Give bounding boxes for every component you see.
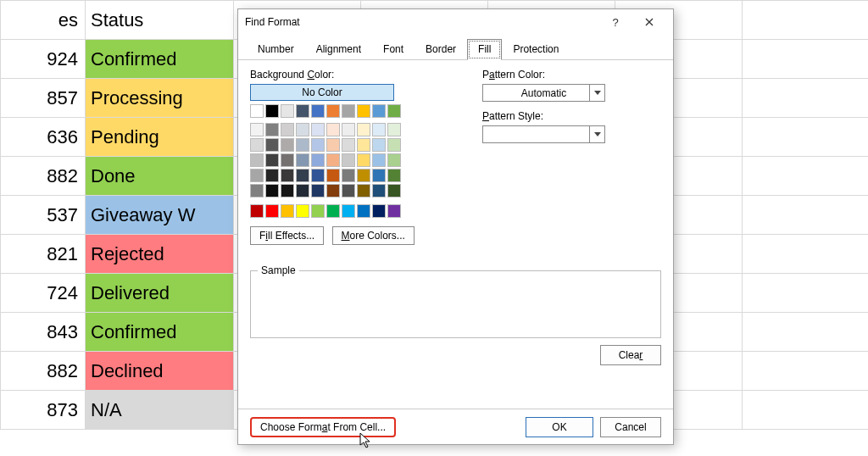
cell-status[interactable]: Rejected [86, 235, 234, 274]
color-swatch[interactable] [342, 104, 355, 118]
color-swatch[interactable] [296, 123, 309, 136]
tab-protection[interactable]: Protection [502, 39, 570, 60]
cell-status[interactable]: Delivered [86, 274, 234, 313]
cancel-button[interactable]: Cancel [600, 417, 661, 437]
cell-status[interactable]: Giveaway W [86, 196, 234, 235]
color-swatch[interactable] [326, 104, 340, 118]
color-swatch[interactable] [311, 184, 325, 197]
ok-button[interactable]: OK [526, 417, 593, 437]
color-swatch[interactable] [281, 138, 294, 152]
color-swatch[interactable] [372, 153, 386, 167]
choose-format-from-cell-button[interactable]: Choose Format From Cell... [250, 417, 396, 437]
no-color-button[interactable]: No Color [250, 84, 394, 101]
color-swatch[interactable] [387, 138, 401, 152]
fill-effects-button[interactable]: Fill Effects... [250, 226, 324, 245]
color-swatch[interactable] [357, 138, 370, 152]
color-swatch[interactable] [326, 169, 340, 182]
clear-button[interactable]: Clear [600, 345, 661, 365]
color-swatch[interactable] [311, 153, 325, 167]
color-swatch[interactable] [250, 184, 264, 197]
close-button[interactable] [632, 10, 666, 34]
color-swatch[interactable] [387, 153, 401, 167]
tab-border[interactable]: Border [415, 39, 467, 60]
tab-fill[interactable]: Fill [467, 39, 502, 60]
cell-number[interactable]: 537 [1, 196, 86, 235]
color-swatch[interactable] [342, 204, 355, 218]
pattern-color-combo[interactable]: Automatic [482, 84, 605, 102]
pattern-style-combo[interactable] [482, 125, 605, 143]
color-swatch[interactable] [357, 184, 370, 197]
color-swatch[interactable] [265, 169, 279, 182]
more-colors-button[interactable]: More Colors... [332, 226, 415, 245]
color-swatch[interactable] [311, 204, 325, 218]
color-swatch[interactable] [357, 153, 370, 167]
cell-number[interactable]: 843 [1, 313, 86, 352]
color-swatch[interactable] [265, 184, 279, 197]
cell-number[interactable]: 724 [1, 274, 86, 313]
color-swatch[interactable] [311, 123, 325, 136]
color-swatch[interactable] [387, 184, 401, 197]
color-swatch[interactable] [387, 169, 401, 182]
cell-number[interactable]: 882 [1, 352, 86, 391]
color-swatch[interactable] [372, 204, 386, 218]
color-swatch[interactable] [357, 104, 370, 118]
cell-number[interactable]: 636 [1, 118, 86, 157]
color-swatch[interactable] [296, 153, 309, 167]
column-header[interactable]: es [1, 1, 86, 40]
color-swatch[interactable] [265, 123, 279, 136]
cell-status[interactable]: N/A [86, 391, 234, 430]
cell-number[interactable]: 873 [1, 391, 86, 430]
color-swatch[interactable] [250, 138, 264, 152]
cell-status[interactable]: Pending [86, 118, 234, 157]
color-swatch[interactable] [250, 153, 264, 167]
color-swatch[interactable] [326, 184, 340, 197]
color-swatch[interactable] [326, 153, 340, 167]
color-swatch[interactable] [281, 153, 294, 167]
color-swatch[interactable] [387, 104, 401, 118]
column-header[interactable]: Status [86, 1, 234, 40]
cell-status[interactable]: Confirmed [86, 40, 234, 79]
color-swatch[interactable] [250, 123, 264, 136]
color-swatch[interactable] [357, 169, 370, 182]
color-swatch[interactable] [296, 204, 309, 218]
color-swatch[interactable] [357, 123, 370, 136]
color-swatch[interactable] [342, 123, 355, 136]
tab-alignment[interactable]: Alignment [305, 39, 372, 60]
color-swatch[interactable] [372, 123, 386, 136]
color-swatch[interactable] [311, 169, 325, 182]
color-swatch[interactable] [281, 123, 294, 136]
color-swatch[interactable] [265, 204, 279, 218]
color-swatch[interactable] [265, 153, 279, 167]
color-swatch[interactable] [326, 138, 340, 152]
color-swatch[interactable] [326, 123, 340, 136]
cell-status[interactable]: Processing [86, 79, 234, 118]
color-swatch[interactable] [250, 169, 264, 182]
tab-number[interactable]: Number [247, 39, 305, 60]
cell-number[interactable]: 821 [1, 235, 86, 274]
color-swatch[interactable] [296, 184, 309, 197]
color-swatch[interactable] [342, 184, 355, 197]
tab-font[interactable]: Font [372, 39, 415, 60]
color-swatch[interactable] [372, 138, 386, 152]
color-swatch[interactable] [250, 204, 264, 218]
color-swatch[interactable] [281, 184, 294, 197]
cell-number[interactable]: 924 [1, 40, 86, 79]
color-swatch[interactable] [250, 104, 264, 118]
color-swatch[interactable] [281, 169, 294, 182]
color-swatch[interactable] [342, 169, 355, 182]
color-swatch[interactable] [387, 123, 401, 136]
color-swatch[interactable] [342, 138, 355, 152]
color-swatch[interactable] [281, 104, 294, 118]
color-swatch[interactable] [311, 138, 325, 152]
cell-status[interactable]: Done [86, 157, 234, 196]
cell-number[interactable]: 857 [1, 79, 86, 118]
color-swatch[interactable] [265, 138, 279, 152]
help-button[interactable]: ? [598, 10, 632, 34]
color-swatch[interactable] [342, 153, 355, 167]
cell-status[interactable]: Confirmed [86, 313, 234, 352]
color-swatch[interactable] [387, 204, 401, 218]
color-swatch[interactable] [372, 184, 386, 197]
color-swatch[interactable] [311, 104, 325, 118]
cell-number[interactable]: 882 [1, 157, 86, 196]
color-swatch[interactable] [296, 169, 309, 182]
